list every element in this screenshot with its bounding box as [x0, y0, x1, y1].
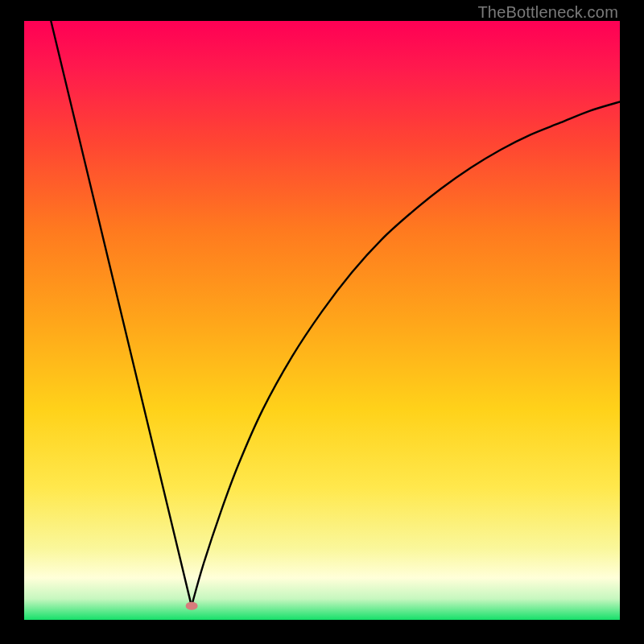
chart-frame [24, 21, 620, 620]
watermark-text: TheBottleneck.com [477, 3, 618, 22]
chart-svg [24, 21, 620, 620]
gradient-bg [24, 21, 620, 620]
